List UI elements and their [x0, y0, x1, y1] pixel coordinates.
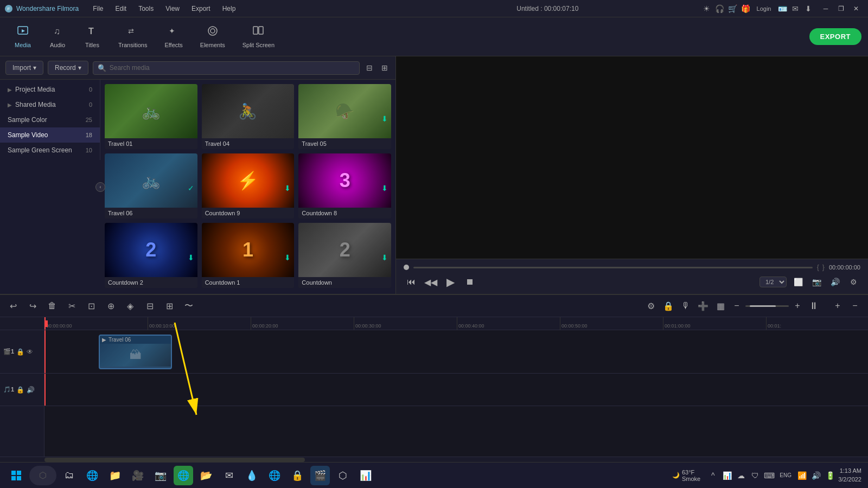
list-item[interactable]: ⚡ ⬇ Countdown 9 — [202, 153, 295, 219]
audio-wave-button[interactable]: 〜 — [181, 298, 196, 313]
grid-view-icon[interactable]: ⊞ — [379, 62, 390, 73]
menu-edit[interactable]: Edit — [110, 3, 132, 15]
card-icon[interactable]: 🪪 — [777, 3, 788, 14]
taskbar-files[interactable]: 📁 — [105, 466, 125, 485]
export-button[interactable]: EXPORT — [809, 28, 861, 45]
toolbar-effects[interactable]: ✦ Effects — [157, 21, 190, 53]
filter-icon[interactable]: ⊟ — [364, 62, 375, 73]
menu-tools[interactable]: Tools — [133, 3, 159, 15]
record-button[interactable]: Record ▾ — [48, 61, 88, 75]
snapshot-button[interactable]: 📷 — [809, 275, 824, 289]
redo-button[interactable]: ↪ — [25, 298, 40, 313]
audio-track-volume-icon[interactable]: 🔊 — [27, 386, 35, 394]
taskbar-mail[interactable]: ✉ — [219, 466, 239, 485]
track-lock-icon[interactable]: 🔒 — [16, 348, 24, 356]
wifi-icon[interactable]: 📶 — [796, 470, 808, 481]
toolbar-audio[interactable]: ♫ Audio — [41, 21, 74, 53]
sidebar-item-sample-color[interactable]: Sample Color 25 — [0, 112, 100, 127]
timeline-horizontal-scrollbar[interactable] — [44, 458, 305, 462]
toolbar-transitions[interactable]: ⇄ Transitions — [111, 21, 155, 53]
list-item[interactable]: 🚲 ✓ Travel 06 — [105, 153, 197, 219]
taskbar-dropbox[interactable]: 💧 — [242, 466, 261, 485]
language-icon[interactable]: ENG — [777, 470, 794, 481]
sidebar-item-sample-green[interactable]: Sample Green Screen 10 — [0, 143, 100, 158]
track-eye-icon[interactable]: 👁 — [27, 348, 33, 356]
list-item[interactable]: 1 ⬇ Countdown 1 — [202, 223, 295, 288]
search-input[interactable] — [110, 64, 355, 72]
extend-button[interactable]: ⊞ — [162, 298, 177, 313]
sidebar-collapse-button[interactable]: ‹ — [95, 182, 105, 192]
play-button[interactable]: ▶ — [443, 274, 458, 290]
timeline-playhead[interactable] — [44, 317, 46, 330]
login-icon[interactable]: Login — [753, 3, 775, 14]
sidebar-item-project-media[interactable]: ▶ Project Media 0 — [0, 82, 100, 97]
stop-button[interactable]: ⏹ — [462, 274, 477, 290]
toolbar-media[interactable]: Media — [7, 21, 39, 53]
timeline-pause-button[interactable]: ⏸ — [806, 298, 821, 313]
list-item[interactable]: 2 ⬇ Countdown 2 — [105, 223, 197, 288]
delete-button[interactable]: 🗑 — [44, 298, 60, 313]
timeline-tracks[interactable]: 00:00:00:00 00:00:10:00 00:00:20:00 00:0… — [44, 317, 868, 457]
toolbar-split-screen[interactable]: Split Screen — [235, 21, 282, 53]
taskbar-chart[interactable]: 📊 — [356, 466, 375, 485]
cloud-icon[interactable]: ☁ — [735, 470, 747, 481]
headset-icon[interactable]: 🎧 — [714, 3, 725, 14]
video-clip[interactable]: ▶ Travel 06 🏔 — [99, 335, 172, 369]
sidebar-item-shared-media[interactable]: ▶ Shared Media 0 — [0, 97, 100, 112]
taskbar-camera[interactable]: 🎥 — [128, 466, 148, 485]
taskbar-browser1[interactable]: 🌐 — [82, 466, 102, 485]
timeline-settings-button[interactable]: ⚙ — [643, 298, 659, 313]
menu-view[interactable]: View — [160, 3, 185, 15]
menu-export[interactable]: Export — [186, 3, 216, 15]
sidebar-item-sample-video[interactable]: Sample Video 18 — [0, 127, 100, 143]
progress-track[interactable] — [413, 267, 813, 268]
zoom-in-clip-button[interactable]: ⊕ — [103, 298, 118, 313]
system-tray-expand[interactable]: ^ — [707, 470, 719, 481]
magnetic-button[interactable]: 🔒 — [661, 298, 676, 313]
security-sys-icon[interactable]: 🛡 — [749, 470, 761, 481]
split-button[interactable]: ⊟ — [142, 298, 157, 313]
close-button[interactable]: ✕ — [848, 1, 864, 16]
keyboard-icon[interactable]: ⌨ — [763, 470, 775, 481]
minimize-button[interactable]: ─ — [818, 1, 833, 16]
add-track-row-button[interactable]: + — [830, 298, 845, 313]
menu-file[interactable]: File — [87, 3, 108, 15]
zoom-in-button[interactable]: + — [791, 299, 804, 312]
list-item[interactable]: 🚲 Travel 01 — [105, 84, 197, 149]
add-track-button[interactable]: ➕ — [695, 298, 711, 313]
progress-dot[interactable] — [404, 265, 409, 270]
remove-track-row-button[interactable]: − — [847, 298, 863, 313]
layout-button[interactable]: ▦ — [713, 298, 728, 313]
mark-button[interactable]: ◈ — [123, 298, 138, 313]
audio-track-lock-icon[interactable]: 🔒 — [16, 386, 24, 394]
play-reverse-button[interactable]: ◀◀ — [423, 274, 438, 290]
skip-back-button[interactable]: ⏮ — [404, 274, 419, 290]
taskbar-photo[interactable]: 📷 — [151, 466, 170, 485]
mail-icon[interactable]: ✉ — [790, 3, 801, 14]
crop-button[interactable]: ⊡ — [84, 298, 99, 313]
fullscreen-button[interactable]: ⬜ — [791, 275, 805, 289]
list-item[interactable]: 🪖 ⬇ Travel 05 — [298, 84, 391, 149]
list-item[interactable]: 🚴 Travel 04 — [202, 84, 295, 149]
volume-button[interactable]: 🔊 — [828, 275, 842, 289]
toolbar-titles[interactable]: T Titles — [76, 21, 108, 53]
import-button[interactable]: Import ▾ — [5, 61, 43, 75]
zoom-out-button[interactable]: − — [730, 299, 743, 312]
list-item[interactable]: 3 ⬇ Countdown 8 — [298, 153, 391, 219]
list-item[interactable]: 2 ⬇ Countdown — [298, 223, 391, 288]
taskbar-app2[interactable]: ⬡ — [333, 466, 353, 485]
undo-button[interactable]: ↩ — [5, 298, 21, 313]
cart-icon[interactable]: 🛒 — [727, 3, 738, 14]
taskbar-filmora[interactable]: 🎬 — [310, 466, 330, 485]
record-timeline-button[interactable]: 🎙 — [678, 298, 693, 313]
task-manager-icon[interactable]: 📊 — [721, 470, 733, 481]
cut-button[interactable]: ✂ — [64, 298, 79, 313]
download-icon[interactable]: ⬇ — [803, 3, 814, 14]
task-view-button[interactable]: 🗂 — [60, 466, 79, 485]
taskbar-chrome[interactable]: 🌐 — [174, 466, 193, 485]
taskbar-folder[interactable]: 📂 — [196, 466, 216, 485]
volume-sys-icon[interactable]: 🔊 — [810, 470, 822, 481]
toolbar-elements[interactable]: Elements — [193, 21, 233, 53]
taskbar-browser2[interactable]: 🌐 — [265, 466, 284, 485]
gift-icon[interactable]: 🎁 — [740, 3, 751, 14]
